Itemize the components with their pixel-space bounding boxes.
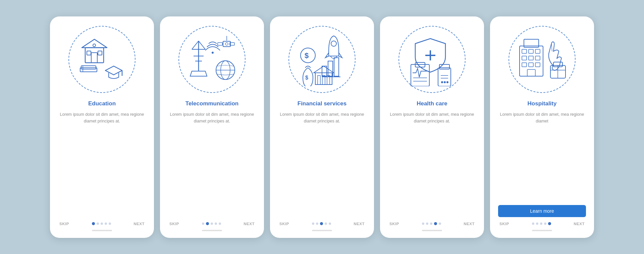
hospitality-skip[interactable]: SKIP <box>499 222 509 226</box>
svg-marker-9 <box>105 66 122 75</box>
svg-line-67 <box>551 44 552 51</box>
education-title: Education <box>88 100 116 107</box>
svg-rect-59 <box>522 63 527 67</box>
svg-point-20 <box>225 43 228 45</box>
hospitality-icon-circle <box>508 26 576 93</box>
dot-3 <box>325 222 327 225</box>
financial-footer: SKIP NEXT <box>278 222 366 226</box>
dot-4 <box>329 222 331 225</box>
svg-rect-17 <box>223 41 230 47</box>
svg-point-16 <box>212 52 214 54</box>
telecom-skip[interactable]: SKIP <box>169 222 179 226</box>
healthcare-title: Health care <box>417 100 447 107</box>
hospitality-dots <box>532 222 551 225</box>
svg-rect-3 <box>87 51 91 55</box>
dot-0 <box>92 222 95 225</box>
svg-line-14 <box>192 41 199 49</box>
learn-more-button[interactable]: Learn more <box>498 205 586 217</box>
svg-rect-60 <box>529 63 533 67</box>
dot-0 <box>312 222 314 225</box>
svg-marker-32 <box>314 66 334 73</box>
svg-rect-4 <box>98 51 102 55</box>
healthcare-icon-circle <box>398 26 466 93</box>
dot-2 <box>430 222 432 225</box>
hospitality-desc: Lorem ipsum dolor sit dim amet, mea regi… <box>498 111 586 199</box>
svg-rect-53 <box>522 49 527 53</box>
financial-skip[interactable]: SKIP <box>279 222 289 226</box>
svg-rect-57 <box>529 56 533 60</box>
dot-3 <box>544 222 546 225</box>
education-bottom-line <box>92 230 112 231</box>
svg-text:$: $ <box>305 51 309 60</box>
dot-4 <box>548 222 551 225</box>
education-desc: Lorem ipsum dolor sit dim amet, mea regi… <box>58 111 146 216</box>
telecom-next[interactable]: NEXT <box>244 222 255 226</box>
svg-point-48 <box>441 81 443 83</box>
dot-2 <box>211 222 213 225</box>
dot-2 <box>101 222 103 225</box>
dot-0 <box>532 222 534 225</box>
dot-1 <box>206 222 209 225</box>
financial-desc: Lorem ipsum dolor sit dim amet, mea regi… <box>278 111 366 216</box>
telecom-dots <box>202 222 221 225</box>
financial-title: Financial services <box>298 100 346 107</box>
education-dots <box>92 222 111 225</box>
svg-rect-61 <box>535 63 540 67</box>
hospitality-card: Hospitality Lorem ipsum dolor sit dim am… <box>490 16 594 238</box>
svg-rect-58 <box>535 56 540 60</box>
svg-rect-28 <box>334 58 339 76</box>
svg-rect-44 <box>438 68 451 86</box>
telecommunication-card: Telecommunication Lorem ipsum dolor sit … <box>160 16 264 238</box>
hospitality-next[interactable]: NEXT <box>574 222 585 226</box>
dot-4 <box>439 222 441 225</box>
telecom-title: Telecommunication <box>185 100 238 107</box>
svg-rect-33 <box>318 75 320 85</box>
telecom-footer: SKIP NEXT <box>168 222 256 226</box>
education-card: Education Lorem ipsum dolor sit dim amet… <box>50 16 154 238</box>
dot-1 <box>536 222 538 225</box>
telecom-bottom-line <box>202 230 222 231</box>
healthcare-skip[interactable]: SKIP <box>389 222 399 226</box>
healthcare-next[interactable]: NEXT <box>464 222 475 226</box>
svg-rect-62 <box>527 69 535 76</box>
hospitality-bottom-line <box>532 230 552 231</box>
svg-rect-51 <box>520 46 543 76</box>
telecom-desc: Lorem ipsum dolor sit dim amet, mea regi… <box>168 111 256 216</box>
telecom-icon-circle <box>178 26 246 93</box>
healthcare-bottom-line <box>422 230 442 231</box>
education-next[interactable]: NEXT <box>133 222 145 226</box>
dot-4 <box>109 222 111 225</box>
svg-line-15 <box>199 41 205 49</box>
financial-next[interactable]: NEXT <box>354 222 365 226</box>
dot-1 <box>97 222 99 225</box>
svg-point-50 <box>446 81 448 83</box>
hospitality-title: Hospitality <box>528 100 557 107</box>
cards-container: Education Lorem ipsum dolor sit dim amet… <box>37 6 607 248</box>
education-footer: SKIP NEXT <box>58 222 146 226</box>
dot-2 <box>320 222 323 225</box>
dot-0 <box>422 222 424 225</box>
dot-4 <box>219 222 221 225</box>
hospitality-footer: SKIP NEXT <box>498 222 586 226</box>
dot-1 <box>426 222 428 225</box>
dot-2 <box>540 222 542 225</box>
dot-3 <box>215 222 217 225</box>
svg-point-49 <box>444 81 446 83</box>
financial-dots <box>312 222 331 225</box>
healthcare-footer: SKIP NEXT <box>388 222 476 226</box>
financial-bottom-line <box>312 230 332 231</box>
dot-0 <box>202 222 204 225</box>
healthcare-desc: Lorem ipsum dolor sit dim amet, mea regi… <box>388 111 476 216</box>
svg-rect-54 <box>529 49 533 53</box>
education-icon-circle <box>68 26 136 93</box>
healthcare-dots <box>422 222 441 225</box>
svg-rect-18 <box>218 43 222 45</box>
svg-text:$: $ <box>305 75 308 81</box>
financial-card: $ $ Financial services Lorem ipsum dolor <box>270 16 374 238</box>
svg-point-5 <box>93 44 96 47</box>
svg-rect-2 <box>91 53 97 63</box>
education-skip[interactable]: SKIP <box>59 222 69 226</box>
dot-3 <box>105 222 107 225</box>
financial-icon-circle: $ $ <box>288 26 356 93</box>
healthcare-card: Health care Lorem ipsum dolor sit dim am… <box>380 16 484 238</box>
